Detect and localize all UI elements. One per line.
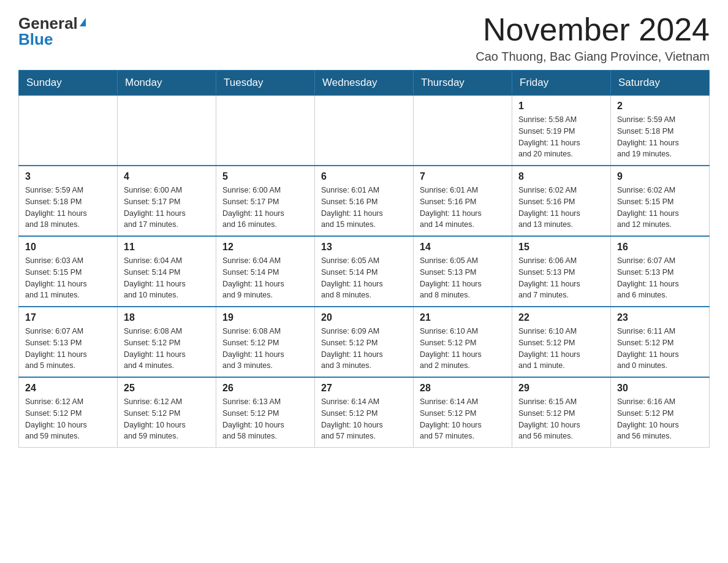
calendar-header-saturday: Saturday [611,71,710,96]
calendar-day-cell: 28Sunrise: 6:14 AMSunset: 5:12 PMDayligh… [414,377,512,448]
calendar-day-cell: 15Sunrise: 6:06 AMSunset: 5:13 PMDayligh… [512,236,611,307]
day-info: Sunrise: 6:00 AMSunset: 5:17 PMDaylight:… [222,185,308,231]
day-number: 4 [124,171,210,182]
calendar-table: SundayMondayTuesdayWednesdayThursdayFrid… [18,70,710,448]
calendar-day-cell: 18Sunrise: 6:08 AMSunset: 5:12 PMDayligh… [118,307,216,377]
calendar-day-cell: 4Sunrise: 6:00 AMSunset: 5:17 PMDaylight… [118,166,216,236]
calendar-day-cell: 21Sunrise: 6:10 AMSunset: 5:12 PMDayligh… [414,307,512,377]
day-info: Sunrise: 6:13 AMSunset: 5:12 PMDaylight:… [222,396,308,442]
day-info: Sunrise: 6:07 AMSunset: 5:13 PMDaylight:… [25,326,111,372]
day-info: Sunrise: 6:10 AMSunset: 5:12 PMDaylight:… [420,326,506,372]
day-info: Sunrise: 6:09 AMSunset: 5:12 PMDaylight:… [321,326,407,372]
day-info: Sunrise: 6:07 AMSunset: 5:13 PMDaylight:… [617,255,703,301]
day-number: 20 [321,312,407,323]
day-info: Sunrise: 6:03 AMSunset: 5:15 PMDaylight:… [25,255,111,301]
calendar-day-cell: 9Sunrise: 6:02 AMSunset: 5:15 PMDaylight… [611,166,710,236]
day-info: Sunrise: 6:12 AMSunset: 5:12 PMDaylight:… [124,396,210,442]
calendar-week-row: 17Sunrise: 6:07 AMSunset: 5:13 PMDayligh… [19,307,710,377]
day-number: 14 [420,242,506,253]
calendar-day-cell: 27Sunrise: 6:14 AMSunset: 5:12 PMDayligh… [315,377,414,448]
logo-general-text: General [18,15,78,31]
day-info: Sunrise: 6:04 AMSunset: 5:14 PMDaylight:… [124,255,210,301]
day-info: Sunrise: 6:10 AMSunset: 5:12 PMDaylight:… [518,326,604,372]
day-number: 10 [25,242,111,253]
calendar-day-cell: 3Sunrise: 5:59 AMSunset: 5:18 PMDaylight… [19,166,118,236]
calendar-header-sunday: Sunday [19,71,118,96]
day-info: Sunrise: 6:06 AMSunset: 5:13 PMDaylight:… [518,255,604,301]
day-info: Sunrise: 6:15 AMSunset: 5:12 PMDaylight:… [518,396,604,442]
day-number: 1 [518,101,604,112]
day-info: Sunrise: 6:08 AMSunset: 5:12 PMDaylight:… [124,326,210,372]
calendar-day-cell: 24Sunrise: 6:12 AMSunset: 5:12 PMDayligh… [19,377,118,448]
calendar-day-cell: 8Sunrise: 6:02 AMSunset: 5:16 PMDaylight… [512,166,611,236]
calendar-day-cell: 26Sunrise: 6:13 AMSunset: 5:12 PMDayligh… [216,377,315,448]
calendar-day-cell: 20Sunrise: 6:09 AMSunset: 5:12 PMDayligh… [315,307,414,377]
day-number: 26 [222,383,308,394]
day-number: 9 [617,171,703,182]
calendar-header-friday: Friday [512,71,611,96]
calendar-day-cell: 23Sunrise: 6:11 AMSunset: 5:12 PMDayligh… [611,307,710,377]
day-info: Sunrise: 6:08 AMSunset: 5:12 PMDaylight:… [222,326,308,372]
day-number: 19 [222,312,308,323]
day-info: Sunrise: 6:05 AMSunset: 5:14 PMDaylight:… [321,255,407,301]
calendar-header-thursday: Thursday [414,71,512,96]
calendar-header-row: SundayMondayTuesdayWednesdayThursdayFrid… [19,71,710,96]
calendar-day-cell [118,96,216,166]
calendar-day-cell: 1Sunrise: 5:58 AMSunset: 5:19 PMDaylight… [512,96,611,166]
day-number: 2 [617,101,703,112]
calendar-subtitle: Cao Thuong, Bac Giang Province, Vietnam [476,50,710,64]
day-number: 22 [518,312,604,323]
day-info: Sunrise: 5:59 AMSunset: 5:18 PMDaylight:… [25,185,111,231]
calendar-header-tuesday: Tuesday [216,71,315,96]
calendar-day-cell: 7Sunrise: 6:01 AMSunset: 5:16 PMDaylight… [414,166,512,236]
day-info: Sunrise: 5:58 AMSunset: 5:19 PMDaylight:… [518,114,604,160]
day-info: Sunrise: 6:05 AMSunset: 5:13 PMDaylight:… [420,255,506,301]
calendar-week-row: 1Sunrise: 5:58 AMSunset: 5:19 PMDaylight… [19,96,710,166]
day-number: 28 [420,383,506,394]
calendar-day-cell: 19Sunrise: 6:08 AMSunset: 5:12 PMDayligh… [216,307,315,377]
calendar-week-row: 3Sunrise: 5:59 AMSunset: 5:18 PMDaylight… [19,166,710,236]
day-number: 8 [518,171,604,182]
calendar-day-cell: 6Sunrise: 6:01 AMSunset: 5:16 PMDaylight… [315,166,414,236]
calendar-day-cell: 14Sunrise: 6:05 AMSunset: 5:13 PMDayligh… [414,236,512,307]
day-number: 29 [518,383,604,394]
day-info: Sunrise: 6:01 AMSunset: 5:16 PMDaylight:… [321,185,407,231]
title-area: November 2024 Cao Thuong, Bac Giang Prov… [476,12,710,64]
calendar-day-cell: 16Sunrise: 6:07 AMSunset: 5:13 PMDayligh… [611,236,710,307]
calendar-header-monday: Monday [118,71,216,96]
day-number: 17 [25,312,111,323]
calendar-day-cell: 5Sunrise: 6:00 AMSunset: 5:17 PMDaylight… [216,166,315,236]
calendar-day-cell [216,96,315,166]
day-number: 7 [420,171,506,182]
calendar-day-cell: 10Sunrise: 6:03 AMSunset: 5:15 PMDayligh… [19,236,118,307]
day-number: 16 [617,242,703,253]
day-number: 30 [617,383,703,394]
calendar-day-cell: 11Sunrise: 6:04 AMSunset: 5:14 PMDayligh… [118,236,216,307]
header: General Blue November 2024 Cao Thuong, B… [18,12,710,64]
day-number: 12 [222,242,308,253]
day-number: 15 [518,242,604,253]
calendar-day-cell [315,96,414,166]
day-number: 5 [222,171,308,182]
day-info: Sunrise: 6:16 AMSunset: 5:12 PMDaylight:… [617,396,703,442]
day-info: Sunrise: 6:02 AMSunset: 5:16 PMDaylight:… [518,185,604,231]
day-info: Sunrise: 6:00 AMSunset: 5:17 PMDaylight:… [124,185,210,231]
calendar-day-cell: 29Sunrise: 6:15 AMSunset: 5:12 PMDayligh… [512,377,611,448]
day-info: Sunrise: 6:12 AMSunset: 5:12 PMDaylight:… [25,396,111,442]
day-number: 3 [25,171,111,182]
logo-blue-text: Blue [18,31,53,47]
day-info: Sunrise: 6:02 AMSunset: 5:15 PMDaylight:… [617,185,703,231]
day-number: 24 [25,383,111,394]
day-number: 18 [124,312,210,323]
calendar-day-cell: 13Sunrise: 6:05 AMSunset: 5:14 PMDayligh… [315,236,414,307]
day-number: 11 [124,242,210,253]
calendar-header-wednesday: Wednesday [315,71,414,96]
calendar-day-cell: 12Sunrise: 6:04 AMSunset: 5:14 PMDayligh… [216,236,315,307]
day-info: Sunrise: 6:14 AMSunset: 5:12 PMDaylight:… [420,396,506,442]
calendar-day-cell: 25Sunrise: 6:12 AMSunset: 5:12 PMDayligh… [118,377,216,448]
calendar-day-cell: 30Sunrise: 6:16 AMSunset: 5:12 PMDayligh… [611,377,710,448]
calendar-title: November 2024 [476,12,710,47]
day-number: 13 [321,242,407,253]
day-info: Sunrise: 6:01 AMSunset: 5:16 PMDaylight:… [420,185,506,231]
calendar-day-cell: 22Sunrise: 6:10 AMSunset: 5:12 PMDayligh… [512,307,611,377]
